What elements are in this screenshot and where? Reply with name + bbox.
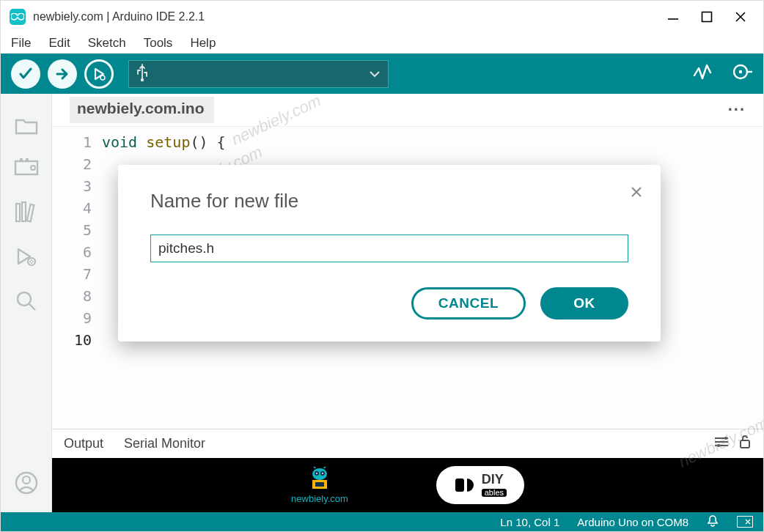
cancel-button[interactable]: CANCEL [411,287,526,319]
dialog-title: Name for new file [150,190,628,213]
dialog-button-row: CANCEL OK [150,287,628,319]
new-file-dialog: Name for new file CANCEL OK [118,165,661,341]
filename-input[interactable] [150,234,628,262]
ok-button[interactable]: OK [540,287,628,319]
dialog-close-icon[interactable] [630,185,643,202]
app-window: newbiely.com | Arduino IDE 2.2.1 File Ed… [0,0,764,532]
